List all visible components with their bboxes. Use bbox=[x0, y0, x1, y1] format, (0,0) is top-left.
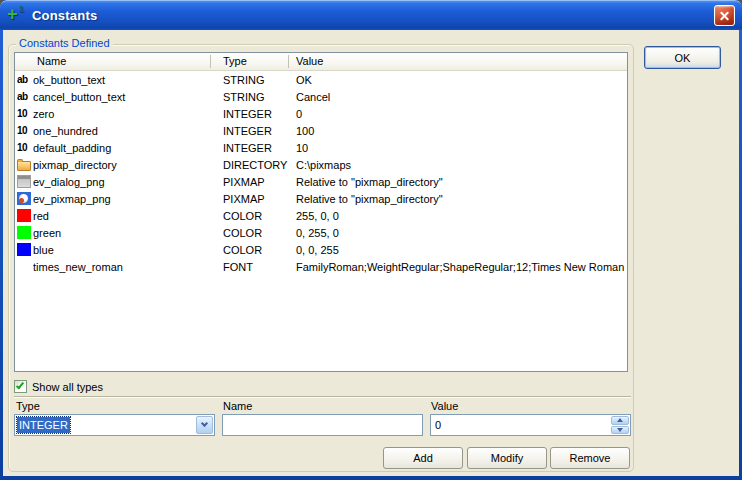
string-type-icon: ab bbox=[17, 90, 31, 103]
column-header-type[interactable]: Type bbox=[211, 53, 289, 70]
constant-name: green bbox=[33, 227, 211, 239]
name-input[interactable] bbox=[222, 414, 423, 436]
constant-type: FONT bbox=[211, 261, 289, 273]
groupbox-title: Constants Defined bbox=[16, 37, 113, 49]
constant-value: 0, 0, 255 bbox=[289, 244, 627, 256]
constant-type: STRING bbox=[211, 74, 289, 86]
constant-name: cancel_button_text bbox=[33, 91, 211, 103]
constant-value: 0, 255, 0 bbox=[289, 227, 627, 239]
integer-type-icon: 10 bbox=[17, 141, 31, 154]
constant-type: STRING bbox=[211, 91, 289, 103]
table-row[interactable]: 10zeroINTEGER0 bbox=[15, 105, 627, 122]
name-label: Name bbox=[223, 400, 252, 412]
constant-name: default_padding bbox=[33, 142, 211, 154]
show-all-types-label[interactable]: Show all types bbox=[32, 381, 103, 393]
spin-buttons bbox=[611, 416, 629, 434]
close-icon bbox=[715, 6, 734, 25]
modify-button[interactable]: Modify bbox=[467, 447, 547, 469]
table-row[interactable]: 10one_hundredINTEGER100 bbox=[15, 122, 627, 139]
constant-type: COLOR bbox=[211, 244, 289, 256]
table-row[interactable]: ev_dialog_pngPIXMAPRelative to "pixmap_d… bbox=[15, 173, 627, 190]
sphere-thumbnail-icon bbox=[17, 192, 31, 205]
header-separator bbox=[288, 55, 289, 68]
constant-name: one_hundred bbox=[33, 125, 211, 137]
column-header-name[interactable]: Name bbox=[15, 53, 211, 70]
string-type-icon: ab bbox=[17, 73, 31, 86]
constant-value: 0 bbox=[289, 108, 627, 120]
table-row[interactable]: times_new_romanFONTFamilyRoman;WeightReg… bbox=[15, 258, 627, 275]
constants-table: Name Type Value abok_button_textSTRINGOK… bbox=[14, 52, 628, 372]
table-row[interactable]: 10default_paddingINTEGER10 bbox=[15, 139, 627, 156]
checkmark-icon bbox=[16, 381, 24, 390]
constant-value: Relative to "pixmap_directory" bbox=[289, 176, 627, 188]
table-row[interactable]: blueCOLOR0, 0, 255 bbox=[15, 241, 627, 258]
remove-button[interactable]: Remove bbox=[550, 447, 630, 469]
constant-type: COLOR bbox=[211, 210, 289, 222]
constant-value: Cancel bbox=[289, 91, 627, 103]
constant-name: times_new_roman bbox=[33, 261, 211, 273]
constant-name: red bbox=[33, 210, 211, 222]
table-header: Name Type Value bbox=[15, 53, 627, 71]
type-combobox[interactable]: INTEGER bbox=[14, 414, 215, 436]
table-row[interactable]: abcancel_button_textSTRINGCancel bbox=[15, 88, 627, 105]
header-separator bbox=[210, 55, 211, 68]
integer-type-icon: 10 bbox=[17, 124, 31, 137]
constant-name: zero bbox=[33, 108, 211, 120]
type-label: Type bbox=[16, 400, 40, 412]
show-all-types-checkbox[interactable] bbox=[14, 380, 27, 393]
ok-button[interactable]: OK bbox=[644, 46, 721, 69]
table-row[interactable]: redCOLOR255, 0, 0 bbox=[15, 207, 627, 224]
constant-value: C:\pixmaps bbox=[289, 159, 627, 171]
plus-one-icon: + 1 bbox=[7, 5, 28, 25]
titlebar: + 1 Constants bbox=[0, 0, 742, 30]
color-swatch-icon bbox=[17, 243, 31, 256]
constant-name: ev_dialog_png bbox=[33, 176, 211, 188]
spin-up-button[interactable] bbox=[611, 416, 629, 425]
column-header-value[interactable]: Value bbox=[289, 53, 627, 70]
constant-type: PIXMAP bbox=[211, 176, 289, 188]
window-title: Constants bbox=[32, 8, 97, 23]
constants-table-body: abok_button_textSTRINGOKabcancel_button_… bbox=[15, 71, 627, 275]
plus-glyph: + bbox=[7, 6, 18, 22]
table-row[interactable]: abok_button_textSTRINGOK bbox=[15, 71, 627, 88]
folder-icon bbox=[17, 161, 31, 171]
constant-value: Relative to "pixmap_directory" bbox=[289, 193, 627, 205]
constant-type: COLOR bbox=[211, 227, 289, 239]
type-combobox-selected-value: INTEGER bbox=[17, 417, 70, 433]
chevron-down-icon bbox=[201, 420, 208, 427]
show-all-types-row: Show all types bbox=[14, 380, 103, 393]
dialog-body: Constants Defined OK Name Type Value abo… bbox=[3, 30, 739, 476]
constant-value: 255, 0, 0 bbox=[289, 210, 627, 222]
spin-up-icon bbox=[617, 418, 623, 422]
constant-type: INTEGER bbox=[211, 142, 289, 154]
constant-name: pixmap_directory bbox=[33, 159, 211, 171]
constant-value: FamilyRoman;WeightRegular;ShapeRegular;1… bbox=[289, 261, 627, 273]
value-spinbox bbox=[430, 414, 631, 436]
add-button[interactable]: Add bbox=[383, 447, 463, 469]
table-row[interactable]: pixmap_directoryDIRECTORYC:\pixmaps bbox=[15, 156, 627, 173]
constant-type: DIRECTORY bbox=[211, 159, 289, 171]
color-swatch-icon bbox=[17, 226, 31, 239]
close-button[interactable] bbox=[714, 5, 735, 26]
no-icon bbox=[17, 260, 31, 273]
horizontal-separator bbox=[14, 396, 631, 398]
value-label: Value bbox=[431, 400, 458, 412]
constant-type: PIXMAP bbox=[211, 193, 289, 205]
constant-type: INTEGER bbox=[211, 108, 289, 120]
plus-superscript: 1 bbox=[19, 4, 24, 14]
constant-value: OK bbox=[289, 74, 627, 86]
combobox-dropdown-button[interactable] bbox=[196, 416, 213, 434]
constants-dialog: + 1 Constants Constants Defined OK Name … bbox=[0, 0, 742, 480]
constant-name: blue bbox=[33, 244, 211, 256]
constant-name: ok_button_text bbox=[33, 74, 211, 86]
constant-type: INTEGER bbox=[211, 125, 289, 137]
spin-down-button[interactable] bbox=[611, 426, 629, 435]
color-swatch-icon bbox=[17, 209, 31, 222]
value-input[interactable] bbox=[431, 415, 609, 435]
table-row[interactable]: greenCOLOR0, 255, 0 bbox=[15, 224, 627, 241]
constant-value: 100 bbox=[289, 125, 627, 137]
table-row[interactable]: ev_pixmap_pngPIXMAPRelative to "pixmap_d… bbox=[15, 190, 627, 207]
spin-down-icon bbox=[617, 428, 623, 432]
image-thumbnail-icon bbox=[17, 175, 31, 188]
constant-name: ev_pixmap_png bbox=[33, 193, 211, 205]
